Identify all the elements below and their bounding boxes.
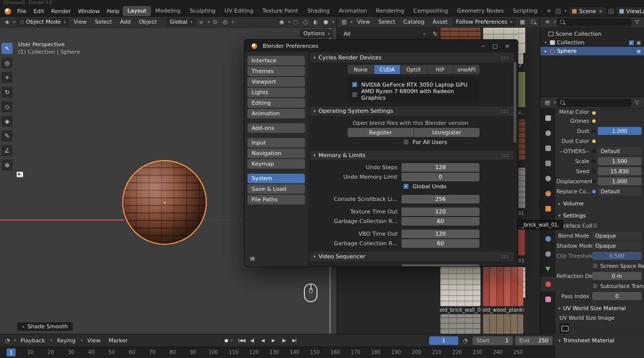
current-frame-field[interactable]: 1 [429,336,458,345]
prefs-section-tab[interactable]: Input [248,138,305,148]
editor-type-timeline-icon[interactable]: ◔ [3,336,12,345]
panel-trimsheet-material[interactable]: ▾ Trimsheet Material [555,335,644,345]
viewlayer-selector[interactable]: ViewLayer × [616,7,644,16]
prefs-section-tab[interactable]: Themes [248,66,305,76]
prefs-section-tab[interactable]: Save & Load [248,184,305,194]
workspace-tab[interactable]: Geometry Nodes [452,6,508,16]
workspace-tab[interactable]: Shading [303,6,335,16]
disclosure-icon[interactable]: ▾ [543,40,548,45]
panel-settings[interactable]: ▾ Settings [555,210,644,221]
viewport-menu[interactable]: Object [135,19,160,25]
blender-logo-icon[interactable] [5,8,11,15]
hide-viewport-icon[interactable]: ◉ [636,48,641,54]
outliner-row-sphere[interactable]: ▸ Sphere ◉ [540,47,644,55]
topbar-menu[interactable]: Window [74,8,103,15]
prefs-section-tab[interactable]: Animation [248,109,305,118]
filter-funnel-icon[interactable]: ▽ [632,98,641,107]
asset-thumbnail[interactable] [518,168,525,208]
jump-start-button[interactable]: |◀◀ [236,336,246,344]
vbo-garbage-collection-field[interactable]: 60 [401,239,479,248]
panel-volume[interactable]: ▸ Volume [555,198,644,208]
editor-type-asset-browser-icon[interactable]: ▥ [340,18,349,26]
screen-space-refraction-checkbox[interactable] [592,263,598,269]
decorator-icon[interactable] [592,129,596,133]
tool-cursor[interactable]: ◎ [2,57,13,68]
others-dropdown[interactable]: Default [598,147,641,155]
device-type-tab[interactable]: OptiX [400,65,427,74]
shading-rendered-icon[interactable]: ● [321,18,330,26]
drag-grip-icon[interactable] [501,154,509,157]
refresh-library-button[interactable]: ↻ [431,30,440,38]
playback-menu[interactable]: Playback [17,337,49,344]
play-button[interactable]: ▶ [268,336,278,344]
scene-selector[interactable]: Scene × [569,7,606,16]
playhead[interactable]: 1 [7,348,16,356]
outliner-row-scene-collection[interactable]: Scene Collection [540,30,644,38]
scale-field[interactable]: 1.500 [598,157,641,165]
panel-uv-world-size-material[interactable]: ▾ UV World Size Material [555,303,644,313]
section-header[interactable]: ▾ Video Sequencer [310,252,514,261]
displacement-field[interactable]: 1.000 [598,177,641,185]
device-type-tab[interactable]: CUDA [374,65,400,74]
asset-menu[interactable]: Catalog [400,19,428,25]
workspace-tab[interactable]: Sculpting [185,6,220,16]
workspace-tab[interactable]: Modeling [151,6,185,16]
device-type-tab[interactable]: HIP [427,65,453,74]
device-type-tab[interactable]: None [348,65,374,74]
prefs-section-tab[interactable]: System [248,174,305,183]
workspace-tab[interactable]: UV Editing [220,6,258,16]
display-mode-grid-icon[interactable]: ▦ [518,18,527,26]
replace-dropdown[interactable]: Default [598,187,641,195]
section-header[interactable]: ▾ Memory & Limits [310,151,514,160]
next-keyframe-button[interactable]: |▶ [279,336,288,344]
workspace-tab[interactable]: Texture Paint [258,6,303,16]
proportional-edit-icon[interactable]: ⊙ [211,18,220,26]
import-method-selector[interactable]: Follow Preferences ▾ [452,18,516,26]
asset-menu[interactable]: Select [375,19,399,25]
editor-type-3d-viewport-icon[interactable]: ◈ [3,18,12,26]
prefs-section-tab[interactable]: Interface [248,56,305,65]
snap-magnet-icon[interactable]: ∪ [197,18,206,26]
frame-end-field[interactable]: End 250 [515,336,552,345]
topbar-menu[interactable]: Render [48,8,74,15]
tab-texture-icon[interactable] [540,292,555,307]
play-reverse-button[interactable]: ◀ [258,336,267,344]
device-checkbox[interactable] [352,82,358,88]
unlink-scene-icon[interactable]: × [598,9,602,14]
drag-grip-icon[interactable] [501,255,509,258]
outliner-row-collection[interactable]: ▾ Collection ▣ [540,38,644,47]
for-all-users-checkbox[interactable] [403,139,409,145]
section-header[interactable]: ▾ Operating System Settings [310,106,514,116]
workspace-tab[interactable]: Compositing [409,6,453,16]
search-icon[interactable] [529,18,538,26]
device-type-tab[interactable]: oneAPI [453,65,479,74]
tab-constraints-icon[interactable] [540,246,555,261]
prefs-section-tab[interactable]: Viewport [248,77,305,87]
asset-thumbnail[interactable] [483,267,523,306]
prev-keyframe-button[interactable]: ◀| [247,336,257,344]
tool-annotate[interactable]: ✎ [2,130,13,141]
prefs-section-tab[interactable]: Lights [248,88,305,97]
undo-memory-limit-field[interactable]: 0 [401,173,479,181]
tab-output-icon[interactable] [540,140,555,156]
marker-menu[interactable]: Marker [105,337,131,344]
mode-selector[interactable]: Object Mode ▾ [17,18,69,26]
backface-culling-checkbox[interactable] [592,223,598,229]
dust-slider[interactable]: 1.000 [598,127,641,135]
pivot-point-icon[interactable]: ◎ [221,18,230,26]
asset-menu[interactable]: Asset [429,19,451,25]
decorator-icon[interactable] [592,180,596,183]
prefs-section-tab[interactable]: Keymap [248,159,305,169]
tool-move[interactable]: + [2,72,13,83]
drag-grip-icon[interactable] [501,56,509,59]
tool-measure[interactable]: ∠ [2,145,13,156]
disclosure-icon[interactable]: ▸ [543,49,548,53]
refraction-depth-field[interactable]: 0 m [592,272,641,280]
blend-mode-dropdown[interactable]: Opaque [592,232,641,240]
pass-index-field[interactable]: 0 [592,292,641,300]
section-header[interactable]: ▾ Cycles Render Devices [310,53,514,62]
device-row[interactable]: AMD Ryzen 7 6800H with Radeon Graphics [352,90,475,100]
close-button[interactable]: × [501,43,513,49]
viewport-menu[interactable]: Select [91,19,115,25]
use-preview-range-icon[interactable]: ◔ [461,336,470,345]
